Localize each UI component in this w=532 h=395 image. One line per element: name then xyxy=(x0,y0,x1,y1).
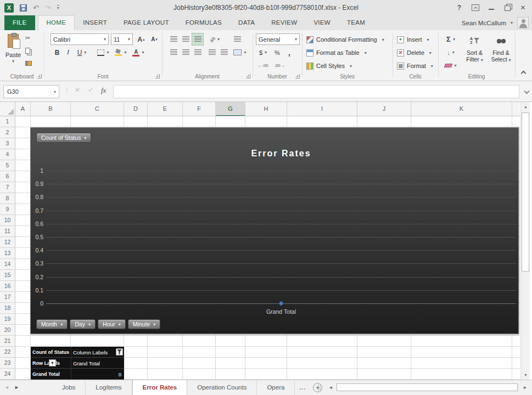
pivot-grand-total-row-header[interactable]: Grand Total xyxy=(31,369,71,380)
row-header-8[interactable]: 8 xyxy=(0,193,15,204)
row-header-15[interactable]: 15 xyxy=(0,270,15,281)
row-header-14[interactable]: 14 xyxy=(0,259,15,270)
clipboard-dialog-launcher-icon[interactable] xyxy=(37,74,42,78)
column-header-I[interactable]: I xyxy=(287,102,357,116)
insert-function-icon[interactable]: fx xyxy=(101,86,106,95)
row-header-12[interactable]: 12 xyxy=(0,237,15,248)
row-header-19[interactable]: 19 xyxy=(0,314,15,325)
font-size-combo[interactable]: 11 xyxy=(111,33,133,45)
sheet-tab-opera[interactable]: Opera xyxy=(257,380,295,395)
number-format-combo[interactable]: General xyxy=(256,33,300,45)
fill-color-button[interactable] xyxy=(113,47,128,58)
cancel-icon[interactable]: ✕ xyxy=(75,86,80,94)
pivot-grand-total-value[interactable]: 0 xyxy=(71,369,124,380)
column-header-G[interactable]: G xyxy=(216,102,245,116)
row-header-5[interactable]: 5 xyxy=(0,160,15,171)
comma-style-button[interactable]: , xyxy=(284,47,294,58)
accounting-format-button[interactable]: $ xyxy=(256,47,270,58)
chart-field-button-hour[interactable]: Hour xyxy=(98,319,126,329)
ribbon-tab-formulas[interactable]: FORMULAS xyxy=(177,15,230,30)
sheet-tab-operation-counts[interactable]: Operation Counts xyxy=(187,380,257,395)
underline-button[interactable]: U xyxy=(75,47,89,58)
italic-button[interactable]: I xyxy=(64,47,72,58)
row-labels-dropdown-button[interactable]: ▾ xyxy=(49,359,56,366)
ribbon-tab-file[interactable]: FILE xyxy=(4,15,35,30)
conditional-formatting-button[interactable]: Conditional Formatting xyxy=(306,35,384,44)
middle-align-button[interactable] xyxy=(180,33,191,45)
scroll-right-icon[interactable]: ► xyxy=(520,383,530,392)
sheet-tab-error-rates[interactable]: Error Rates xyxy=(132,380,188,395)
account-area[interactable]: Sean McCallum ▾ xyxy=(462,15,529,30)
ribbon-tab-view[interactable]: VIEW xyxy=(305,15,339,30)
paste-button[interactable]: Paste ▾ xyxy=(3,33,23,79)
format-as-table-button[interactable]: Format as Table xyxy=(306,48,367,58)
row-header-22[interactable]: 22 xyxy=(0,347,15,358)
sheet-tab-jobs[interactable]: Jobs xyxy=(52,380,86,395)
scroll-up-icon[interactable]: ▲ xyxy=(521,102,530,111)
number-dialog-launcher-icon[interactable] xyxy=(295,74,300,78)
borders-button[interactable] xyxy=(96,47,111,58)
decrease-font-size-button[interactable]: A▾ xyxy=(148,33,160,45)
row-header-20[interactable]: 20 xyxy=(0,325,15,336)
sort-filter-button[interactable]: AZ Sort & Filter xyxy=(462,32,487,78)
font-name-combo[interactable]: Calibri xyxy=(51,33,109,45)
increase-indent-button[interactable] xyxy=(219,47,229,58)
bottom-align-button[interactable] xyxy=(192,33,203,45)
pivot-column-labels-cell[interactable]: Column Labels xyxy=(71,347,124,358)
align-left-button[interactable] xyxy=(168,47,179,58)
delete-cells-button[interactable]: ✕Delete xyxy=(397,48,432,58)
autosum-button[interactable]: Σ xyxy=(443,33,459,45)
row-header-1[interactable]: 1 xyxy=(0,116,15,127)
collapse-ribbon-icon[interactable] xyxy=(521,71,527,76)
cut-button[interactable]: ✂ xyxy=(25,33,32,42)
new-sheet-button[interactable]: + xyxy=(313,383,322,392)
align-right-button[interactable] xyxy=(192,47,203,58)
format-cells-button[interactable]: ▤Format xyxy=(397,61,433,71)
redo-icon[interactable]: ↷ xyxy=(45,4,51,12)
minimize-button[interactable] xyxy=(483,0,499,15)
row-header-11[interactable]: 11 xyxy=(0,226,15,237)
pivot-grand-total-column-header[interactable]: Grand Total xyxy=(71,358,124,369)
column-header-K[interactable]: K xyxy=(411,102,512,116)
insert-cells-button[interactable]: +Insert xyxy=(397,35,429,44)
row-header-2[interactable]: 2 xyxy=(0,127,15,138)
ribbon-display-options-button[interactable] xyxy=(467,0,483,15)
excel-app-icon[interactable]: X xyxy=(4,3,14,13)
undo-icon[interactable]: ↶ xyxy=(33,4,39,12)
worksheet-grid[interactable]: Count of Status Error Rates 10.90.80.70.… xyxy=(15,116,520,380)
horizontal-scrollbar[interactable]: ◄ ► xyxy=(326,383,530,392)
chart-value-field-button[interactable]: Count of Status xyxy=(36,133,91,143)
row-header-18[interactable]: 18 xyxy=(0,303,15,314)
find-select-button[interactable]: Find & Select xyxy=(489,32,513,78)
scroll-left-icon[interactable]: ◄ xyxy=(326,383,335,392)
select-all-corner[interactable] xyxy=(0,102,15,116)
pivot-value-header[interactable]: Count of Status xyxy=(31,347,71,358)
row-header-4[interactable]: 4 xyxy=(0,149,15,160)
column-header-H[interactable]: H xyxy=(245,102,287,116)
align-center-button[interactable] xyxy=(180,47,191,58)
fill-button[interactable]: ↓ xyxy=(443,47,459,58)
close-button[interactable]: ✕ xyxy=(515,0,531,15)
column-header-B[interactable]: B xyxy=(31,102,71,116)
sheet-tab-logitems[interactable]: LogItems xyxy=(86,380,132,395)
row-header-21[interactable]: 21 xyxy=(0,336,15,347)
ribbon-tab-page-layout[interactable]: PAGE LAYOUT xyxy=(115,15,177,30)
sheet-nav-right-icon[interactable]: ► xyxy=(14,380,19,395)
top-align-button[interactable] xyxy=(168,33,179,45)
help-icon[interactable]: ? xyxy=(451,0,467,15)
wrap-text-button[interactable] xyxy=(231,33,244,45)
ribbon-tab-review[interactable]: REVIEW xyxy=(263,15,305,30)
pivot-chart[interactable]: Count of Status Error Rates 10.90.80.70.… xyxy=(30,127,519,334)
column-header-D[interactable]: D xyxy=(124,102,148,116)
user-avatar-icon[interactable] xyxy=(517,17,529,29)
column-header-A[interactable]: A xyxy=(15,102,31,116)
row-header-13[interactable]: 13 xyxy=(0,248,15,259)
enter-icon[interactable]: ✓ xyxy=(88,86,93,94)
formula-input[interactable] xyxy=(113,85,519,98)
expand-formula-bar-icon[interactable] xyxy=(524,89,530,94)
column-labels-filter-button[interactable] xyxy=(116,348,123,356)
pivot-row-labels-cell[interactable]: Row Labels ▾ xyxy=(31,358,71,369)
merge-center-button[interactable] xyxy=(231,47,249,58)
percent-style-button[interactable]: % xyxy=(272,47,282,58)
name-box[interactable]: G30 xyxy=(3,85,59,98)
